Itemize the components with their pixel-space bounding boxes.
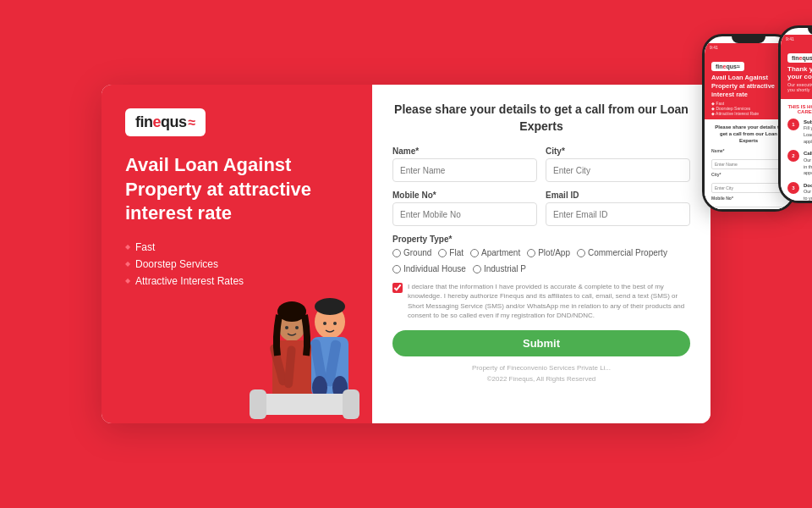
svg-rect-18 — [254, 394, 355, 415]
phone-notch-right — [808, 28, 812, 35]
phone-left-form-title: Please share your details to get a call … — [711, 124, 786, 144]
logo-text: finequs≈ — [135, 113, 195, 131]
thank-you-subtitle: Our executive will get in touch with you… — [787, 82, 812, 92]
name-group: Name* — [392, 146, 537, 182]
property-type-label: Property Type* — [392, 235, 690, 244]
phone-left-name-group: Name* — [711, 148, 786, 169]
submit-button[interactable]: Submit — [392, 330, 690, 356]
step-3: 3 Doorstep Service Our executive will me… — [787, 182, 812, 203]
couple-illustration — [220, 271, 372, 423]
svg-rect-19 — [250, 389, 266, 419]
city-group: City* — [546, 146, 690, 182]
scene: finequs≈ Avail Loan Against Property at … — [51, 51, 761, 457]
email-label: Email ID — [546, 190, 690, 200]
phone-left-mobile-group: Mobile No* — [711, 196, 786, 209]
feature-item-doorstep: Doorstep Services — [125, 258, 348, 270]
svg-rect-20 — [343, 389, 359, 419]
feature-item-fast: Fast — [125, 241, 348, 253]
thank-you-header: finequs≈ Thank you for sharing your cont… — [781, 43, 812, 99]
radio-individual[interactable]: Individual House — [392, 264, 466, 273]
svg-point-16 — [285, 326, 288, 329]
steps-title: THIS IS HOW FINEQUS TAKES CARE OF YOUR L… — [787, 104, 812, 114]
left-panel: finequs≈ Avail Loan Against Property at … — [102, 85, 372, 423]
step-2: 2 Call from our executive Our executive … — [787, 150, 812, 176]
phone-left-city-input[interactable] — [711, 183, 786, 193]
phone-left-features: ◆ Fast ◆ Doorstep Services ◆ Attractive … — [711, 101, 786, 116]
radio-flat[interactable]: Flat — [438, 248, 464, 257]
svg-point-6 — [315, 298, 345, 315]
thank-you-title: Thank you for sharing your contact detai… — [787, 65, 812, 80]
phone-left-city-group: City* — [711, 172, 786, 193]
property-type-section: Property Type* Ground Flat Apartment Plo… — [392, 235, 690, 273]
radio-industrial[interactable]: Industrial P — [473, 264, 526, 273]
phone-left-name-input[interactable] — [711, 159, 786, 169]
phone-right-status-bar: 9:41 ● ● ▮ — [781, 35, 812, 43]
svg-point-8 — [333, 322, 337, 325]
phone-left-city-row: City* — [711, 172, 786, 193]
radio-apartment[interactable]: Apartment — [470, 248, 520, 257]
name-input[interactable] — [392, 158, 537, 182]
phone-left-hero: Avail Loan Against Property at attractiv… — [711, 74, 786, 98]
step-2-number: 2 — [787, 150, 799, 162]
phone-right-logo: finequs≈ — [787, 53, 812, 63]
svg-point-7 — [323, 322, 326, 325]
step-3-text: Doorstep Service Our executive will meet… — [804, 182, 812, 203]
consent-text: I declare that the information I have pr… — [408, 282, 690, 320]
city-input[interactable] — [546, 158, 690, 182]
svg-point-17 — [295, 326, 299, 329]
right-panel: Please share your details to get a call … — [372, 85, 710, 423]
form-title: Please share your details to get a call … — [392, 102, 690, 135]
phone-right-screen: 9:41 ● ● ▮ finequs≈ Thank you for sharin… — [781, 35, 812, 203]
step-1: 1 Submit the form Fill your basic detail… — [787, 119, 812, 145]
step-1-number: 1 — [787, 119, 799, 130]
phone-notch-left — [732, 36, 765, 43]
radio-ground[interactable]: Ground — [392, 248, 431, 257]
steps-section: THIS IS HOW FINEQUS TAKES CARE OF YOUR L… — [781, 99, 812, 203]
mobile-label: Mobile No* — [392, 190, 537, 200]
city-label: City* — [546, 146, 690, 156]
phone-right-mockup: 9:41 ● ● ▮ finequs≈ Thank you for sharin… — [778, 25, 812, 203]
consent-checkbox[interactable] — [392, 283, 403, 293]
mobile-email-row: Mobile No* Email ID — [392, 190, 690, 226]
hero-title: Avail Loan Against Property at attractiv… — [125, 153, 348, 226]
mobile-input[interactable] — [392, 202, 537, 226]
phone-left-mobile-row: Mobile No* — [711, 196, 786, 209]
email-input[interactable] — [546, 202, 690, 226]
step-1-text: Submit the form Fill your basic details … — [804, 119, 812, 145]
step-3-number: 3 — [787, 182, 799, 194]
name-label: Name* — [392, 146, 537, 156]
step-2-text: Call from our executive Our executive wi… — [804, 150, 812, 176]
phone-left-mobile-input[interactable] — [711, 207, 786, 209]
hero-text: Avail Loan Against Property at attractiv… — [125, 153, 348, 287]
main-card: finequs≈ Avail Loan Against Property at … — [102, 85, 710, 423]
phone-left-name-row: Name* — [711, 148, 786, 169]
radio-group: Ground Flat Apartment Plot/App Commercia… — [392, 248, 690, 273]
consent-section: I declare that the information I have pr… — [392, 282, 690, 320]
email-group: Email ID — [546, 190, 690, 226]
mobile-group: Mobile No* — [392, 190, 537, 226]
footer-line1: Property of Fineconvenio Services Privat… — [392, 363, 690, 385]
name-city-row: Name* City* — [392, 146, 690, 182]
radio-plot[interactable]: Plot/App — [527, 248, 570, 257]
phone-left-logo: finequs≈ — [711, 62, 744, 71]
logo-area: finequs≈ — [125, 108, 206, 136]
radio-commercial[interactable]: Commercial Property — [577, 248, 667, 257]
